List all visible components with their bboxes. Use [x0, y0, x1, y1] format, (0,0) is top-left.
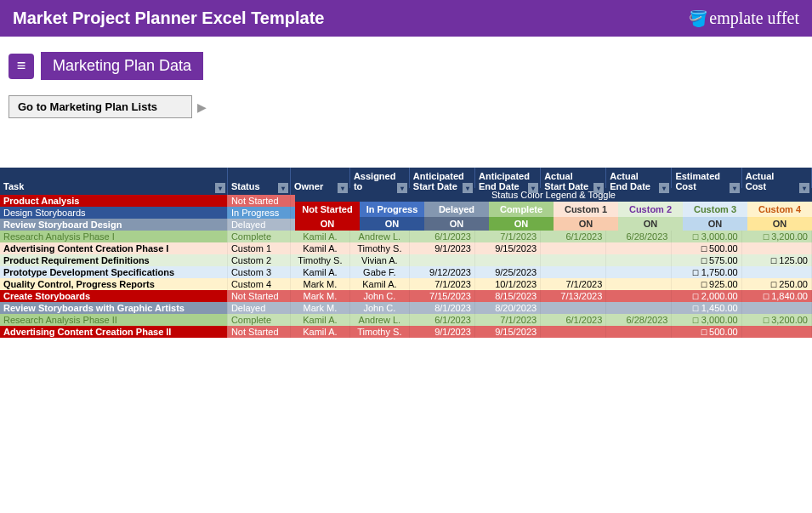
cell-ant_end[interactable]: 8/15/2023 [474, 290, 540, 302]
cell-status[interactable]: Delayed [227, 302, 290, 314]
cell-act_start[interactable]: 7/13/2023 [541, 290, 606, 302]
cell-est_cost[interactable]: 3,000.00 [672, 314, 741, 326]
filter-dropdown-icon[interactable]: ▾ [278, 183, 288, 193]
cell-act_start[interactable] [541, 326, 606, 338]
legend-toggle[interactable]: ON [360, 217, 424, 231]
legend-toggle[interactable]: ON [295, 217, 360, 231]
cell-act_start[interactable]: 7/1/2023 [541, 278, 606, 290]
cell-ant_end[interactable]: 9/25/2023 [474, 266, 540, 278]
cell-assigned[interactable]: Timothy S. [349, 242, 409, 254]
cell-ant_start[interactable]: 6/1/2023 [409, 314, 474, 326]
cell-task[interactable]: Product Analysis [0, 195, 227, 207]
cell-ant_end[interactable]: 7/1/2023 [474, 231, 540, 242]
cell-ant_end[interactable]: 9/15/2023 [474, 242, 540, 254]
cell-task[interactable]: Review Storyboards with Graphic Artists [0, 302, 227, 314]
table-row[interactable]: Advertising Content Creation Phase ICust… [0, 242, 812, 254]
cell-est_cost[interactable]: 1,750.00 [672, 266, 741, 278]
cell-act_end[interactable]: 6/28/2023 [606, 314, 672, 326]
filter-dropdown-icon[interactable]: ▾ [528, 183, 538, 193]
cell-act_start[interactable] [541, 254, 606, 266]
cell-status[interactable]: Custom 4 [227, 278, 290, 290]
column-header-actual-start-date[interactable]: ActualStart Date▾ [541, 168, 606, 195]
cell-act_cost[interactable] [741, 302, 811, 314]
cell-assigned[interactable]: Timothy S. [349, 326, 409, 338]
cell-owner[interactable]: Timothy S. [290, 254, 349, 266]
cell-assigned[interactable]: Andrew L. [349, 314, 409, 326]
cell-ant_start[interactable]: 6/1/2023 [409, 231, 474, 242]
cell-assigned[interactable]: Andrew L. [349, 231, 409, 242]
legend-toggle[interactable]: ON [489, 217, 554, 231]
column-header-anticipated-start-date[interactable]: AnticipatedStart Date▾ [409, 168, 474, 195]
cell-assigned[interactable]: Vivian A. [349, 254, 409, 266]
column-header-anticipated-end-date[interactable]: AnticipatedEnd Date▾ [474, 168, 540, 195]
table-row[interactable]: Prototype Development SpecificationsCust… [0, 266, 812, 278]
filter-dropdown-icon[interactable]: ▾ [463, 183, 473, 193]
cell-task[interactable]: Prototype Development Specifications [0, 266, 227, 278]
cell-act_end[interactable] [606, 290, 672, 302]
filter-dropdown-icon[interactable]: ▾ [799, 183, 809, 193]
cell-ant_start[interactable]: 7/1/2023 [409, 278, 474, 290]
cell-status[interactable]: Not Started [227, 195, 290, 207]
cell-owner[interactable]: Kamil A. [290, 266, 349, 278]
cell-task[interactable]: Research Analysis Phase I [0, 231, 227, 242]
cell-act_end[interactable] [606, 302, 672, 314]
cell-est_cost[interactable]: 575.00 [672, 254, 741, 266]
cell-act_cost[interactable]: 250.00 [741, 278, 811, 290]
column-header-task[interactable]: Task▾ [0, 168, 227, 195]
cell-status[interactable]: Not Started [227, 326, 290, 338]
column-header-actual-end-date[interactable]: ActualEnd Date▾ [606, 168, 672, 195]
cell-task[interactable]: Design Storyboards [0, 207, 227, 219]
cell-owner[interactable]: Mark M. [290, 290, 349, 302]
column-header-status[interactable]: Status▾ [227, 168, 290, 195]
table-row[interactable]: Create StoryboardsNot StartedMark M.John… [0, 290, 812, 302]
cell-task[interactable]: Quality Control, Progress Reports [0, 278, 227, 290]
cell-task[interactable]: Review Storyboard Design [0, 219, 227, 231]
table-row[interactable]: Product Requirement DefinitionsCustom 2T… [0, 254, 812, 266]
cell-status[interactable]: Not Started [227, 290, 290, 302]
cell-owner[interactable]: Kamil A. [290, 242, 349, 254]
filter-dropdown-icon[interactable]: ▾ [215, 183, 225, 193]
cell-est_cost[interactable]: 500.00 [672, 242, 741, 254]
cell-act_end[interactable]: 6/28/2023 [606, 231, 672, 242]
cell-task[interactable]: Create Storyboards [0, 290, 227, 302]
table-row[interactable]: Review Storyboards with Graphic ArtistsD… [0, 302, 812, 314]
cell-assigned[interactable]: John C. [349, 290, 409, 302]
legend-toggle[interactable]: ON [747, 217, 812, 231]
cell-est_cost[interactable]: 1,450.00 [672, 302, 741, 314]
cell-owner[interactable]: Mark M. [290, 278, 349, 290]
cell-status[interactable]: In Progress [227, 207, 290, 219]
cell-act_cost[interactable]: 125.00 [741, 254, 811, 266]
legend-toggle[interactable]: ON [618, 217, 683, 231]
cell-owner[interactable]: Mark M. [290, 302, 349, 314]
cell-ant_end[interactable]: 10/1/2023 [474, 278, 540, 290]
table-row[interactable]: Research Analysis Phase ICompleteKamil A… [0, 231, 812, 242]
filter-dropdown-icon[interactable]: ▾ [730, 183, 740, 193]
cell-assigned[interactable]: Kamil A. [349, 278, 409, 290]
cell-act_cost[interactable] [741, 242, 811, 254]
cell-status[interactable]: Complete [227, 231, 290, 242]
filter-dropdown-icon[interactable]: ▾ [397, 183, 407, 193]
cell-ant_end[interactable]: 9/15/2023 [474, 326, 540, 338]
cell-act_end[interactable] [606, 254, 672, 266]
cell-act_start[interactable]: 6/1/2023 [541, 231, 606, 242]
cell-owner[interactable]: Kamil A. [290, 231, 349, 242]
cell-est_cost[interactable]: 500.00 [672, 326, 741, 338]
cell-task[interactable]: Research Analysis Phase II [0, 314, 227, 326]
filter-dropdown-icon[interactable]: ▾ [593, 183, 604, 193]
cell-ant_start[interactable]: 8/1/2023 [409, 302, 474, 314]
column-header-actual-cost[interactable]: ActualCost▾ [741, 168, 811, 195]
cell-ant_start[interactable] [409, 254, 474, 266]
cell-owner[interactable]: Kamil A. [290, 326, 349, 338]
cell-ant_end[interactable] [474, 254, 540, 266]
cell-ant_end[interactable]: 7/1/2023 [474, 314, 540, 326]
cell-act_end[interactable] [606, 278, 672, 290]
cell-assigned[interactable]: Gabe F. [349, 266, 409, 278]
cell-ant_start[interactable]: 7/15/2023 [409, 290, 474, 302]
column-header-owner[interactable]: Owner▾ [290, 168, 349, 195]
cell-task[interactable]: Advertising Content Creation Phase I [0, 242, 227, 254]
cell-assigned[interactable]: John C. [349, 302, 409, 314]
cell-act_start[interactable] [541, 266, 606, 278]
go-to-plan-lists-button[interactable]: Go to Marketing Plan Lists [9, 95, 192, 118]
cell-ant_start[interactable]: 9/1/2023 [409, 326, 474, 338]
table-row[interactable]: Research Analysis Phase IICompleteKamil … [0, 314, 812, 326]
